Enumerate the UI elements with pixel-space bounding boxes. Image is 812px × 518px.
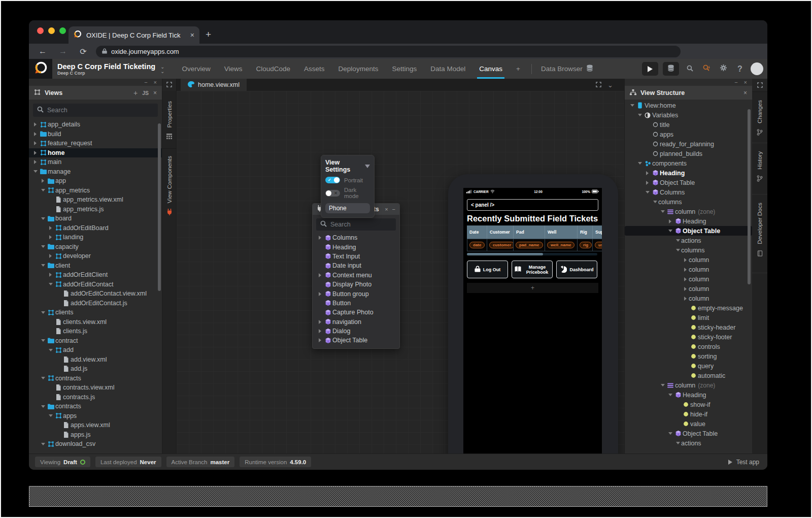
tree-item-download-csv[interactable]: download_csv xyxy=(29,439,162,449)
caret-right-icon[interactable] xyxy=(317,292,323,296)
tree-item-landing[interactable]: landing xyxy=(29,233,162,242)
run-button[interactable] xyxy=(642,62,658,76)
tree-item-columns[interactable]: columns xyxy=(625,197,752,207)
tree-item-apps[interactable]: apps xyxy=(625,130,752,139)
caret-down-icon[interactable] xyxy=(674,239,681,242)
caret-down-icon[interactable] xyxy=(636,114,643,116)
test-app-button[interactable]: Test app xyxy=(728,459,759,466)
forward-button[interactable]: → xyxy=(56,47,70,56)
minimize-components-icon[interactable]: − xyxy=(392,206,395,212)
tree-item-add-js[interactable]: add.js xyxy=(29,364,162,374)
caret-down-icon[interactable] xyxy=(40,245,46,248)
nav-item-settings[interactable]: Settings xyxy=(392,59,417,79)
field-tag[interactable]: rig xyxy=(580,242,592,248)
close-window-button[interactable] xyxy=(37,27,44,34)
table-hscrollbar[interactable] xyxy=(467,253,597,255)
close-tab-icon[interactable]: × xyxy=(190,31,194,39)
tree-item-contracts-view-xml[interactable]: contracts.view.xml xyxy=(29,383,162,393)
caret-down-icon[interactable] xyxy=(40,217,46,220)
js-toggle-button[interactable]: JS xyxy=(142,90,149,96)
tree-item-sticky-footer[interactable]: sticky-footer xyxy=(625,332,752,342)
tree-item-sorting[interactable]: sorting xyxy=(625,351,752,361)
tree-item-contract[interactable]: contract xyxy=(29,336,162,346)
caret-right-icon[interactable] xyxy=(32,151,39,155)
tree-item-app-metrics-js[interactable]: app_metrics.js xyxy=(29,205,162,214)
caret-right-icon[interactable] xyxy=(644,181,651,185)
tree-item-column[interactable]: column xyxy=(625,265,752,274)
tree-item-controls[interactable]: controls xyxy=(625,342,752,351)
tree-item-addoreditboard[interactable]: addOrEditBoard xyxy=(29,223,162,233)
component-item-display-photo[interactable]: Display Photo xyxy=(313,280,399,289)
component-item-object-table[interactable]: Object Table xyxy=(313,336,399,345)
tree-item-object-table[interactable]: Object Table xyxy=(625,178,752,187)
tab-view-components[interactable]: View Components xyxy=(162,149,176,224)
caret-right-icon[interactable] xyxy=(32,160,39,164)
caret-down-icon[interactable] xyxy=(644,191,651,193)
expand-panel-button[interactable] xyxy=(752,79,767,92)
caret-right-icon[interactable] xyxy=(682,258,689,262)
back-button[interactable]: ← xyxy=(36,47,49,56)
caret-right-icon[interactable] xyxy=(644,171,651,175)
caret-right-icon[interactable] xyxy=(32,122,39,126)
field-tag[interactable]: well_name xyxy=(547,242,574,248)
tree-item-actions[interactable]: actions xyxy=(625,236,752,245)
object-table[interactable]: DateCustomerPadWellRigSupervisor datecus… xyxy=(467,225,602,251)
view-settings-header[interactable]: View Settings xyxy=(325,159,370,173)
caret-right-icon[interactable] xyxy=(32,132,39,136)
nav-item-canvas[interactable]: Canvas xyxy=(479,59,502,79)
caret-right-icon[interactable] xyxy=(317,320,323,324)
dark-mode-toggle[interactable]: ✕ xyxy=(325,190,340,197)
caret-down-icon[interactable] xyxy=(40,189,46,191)
caret-right-icon[interactable] xyxy=(682,287,689,291)
tree-item-components[interactable]: components xyxy=(625,158,752,168)
nav-item-views[interactable]: Views xyxy=(224,59,243,79)
tree-item-query[interactable]: query xyxy=(625,361,752,371)
browser-tab[interactable]: OXIDE | Deep C Corp Field Tick × xyxy=(69,26,199,44)
caret-down-icon[interactable] xyxy=(636,162,643,165)
tree-item-heading[interactable]: Heading xyxy=(625,390,752,400)
component-item-date-input[interactable]: Date input xyxy=(313,261,399,270)
caret-down-icon[interactable] xyxy=(629,104,635,107)
caret-right-icon[interactable] xyxy=(682,297,689,301)
tree-item-column[interactable]: column(zone) xyxy=(625,207,752,216)
data-button[interactable] xyxy=(663,62,679,76)
nav-item--[interactable]: + xyxy=(516,59,520,79)
caret-right-icon[interactable] xyxy=(317,338,323,342)
tab-history[interactable]: History xyxy=(752,143,767,195)
component-item-heading[interactable]: Heading xyxy=(313,242,399,251)
tree-item-clients-js[interactable]: clients.js xyxy=(29,327,162,336)
tree-item-add[interactable]: add xyxy=(29,345,162,355)
tree-item-manage[interactable]: manage xyxy=(29,167,162,177)
expand-canvas-button[interactable] xyxy=(162,79,177,91)
tree-item-clients-view-xml[interactable]: clients.view.xml xyxy=(29,317,162,327)
add-view-button[interactable]: + xyxy=(133,89,138,97)
project-chevron-icon[interactable]: ⌄⌄ xyxy=(160,64,164,74)
tree-item-object-table[interactable]: Object Table xyxy=(625,226,752,236)
caret-down-icon[interactable] xyxy=(40,377,46,379)
tree-item-add-view-xml[interactable]: add.view.xml xyxy=(29,355,162,365)
nav-item-deployments[interactable]: Deployments xyxy=(339,59,379,79)
tree-item-column[interactable]: column(zone) xyxy=(625,380,752,390)
add-component-zone[interactable]: + xyxy=(467,283,598,293)
caret-down-icon[interactable] xyxy=(40,311,46,314)
caret-down-icon[interactable] xyxy=(40,405,46,408)
tree-item-column[interactable]: column xyxy=(625,284,752,294)
component-item-capture-photo[interactable]: Capture Photo xyxy=(313,308,399,317)
nav-item-overview[interactable]: Overview xyxy=(182,59,211,79)
tree-item-clients[interactable]: clients xyxy=(29,308,162,317)
tree-item-value[interactable]: value xyxy=(625,419,752,429)
tree-item-columns[interactable]: Columns xyxy=(625,187,752,197)
caret-right-icon[interactable] xyxy=(667,219,673,223)
caret-right-icon[interactable] xyxy=(47,254,54,258)
canvas-tab-home[interactable]: home.view.xml xyxy=(181,79,247,91)
tree-item-client[interactable]: client xyxy=(29,261,162,271)
component-item-context-menu[interactable]: Context menu xyxy=(313,271,399,280)
tree-item-column[interactable]: column xyxy=(625,294,752,303)
avatar[interactable] xyxy=(751,62,763,75)
caret-right-icon[interactable] xyxy=(682,277,689,281)
component-item-button[interactable]: Button xyxy=(313,299,399,308)
status-pill-runtime-version[interactable]: Runtime version4.59.0 xyxy=(240,457,311,467)
caret-down-icon[interactable] xyxy=(32,170,39,173)
caret-down-icon[interactable] xyxy=(674,442,681,444)
component-item-navigation[interactable]: navigation xyxy=(313,317,399,327)
